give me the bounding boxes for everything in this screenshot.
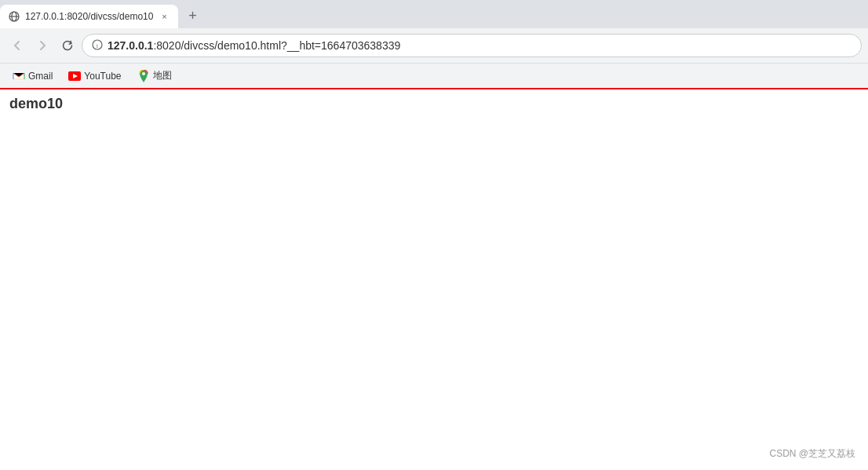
address-bar[interactable]: i 127.0.0.1:8020/divcss/demo10.html?__hb… (82, 34, 862, 57)
tab-favicon (8, 10, 20, 23)
bookmark-gmail-label: Gmail (28, 71, 53, 82)
back-button[interactable] (6, 35, 28, 56)
page-heading: demo10 (0, 89, 868, 118)
address-bar-row: i 127.0.0.1:8020/divcss/demo10.html?__hb… (0, 28, 868, 63)
address-text: 127.0.0.1:8020/divcss/demo10.html?__hbt=… (108, 39, 852, 52)
maps-icon (137, 70, 150, 82)
svg-text:i: i (97, 42, 98, 49)
svg-point-11 (142, 72, 145, 75)
youtube-icon (68, 70, 81, 82)
active-tab[interactable]: 127.0.0.1:8020/divcss/demo10 × (0, 5, 178, 28)
new-tab-button[interactable]: + (181, 5, 203, 27)
browser-chrome: 127.0.0.1:8020/divcss/demo10 × + (0, 0, 868, 88)
forward-button[interactable] (31, 35, 53, 56)
bookmarks-bar: Gmail YouTube 地图 (0, 63, 868, 88)
bookmark-gmail[interactable]: Gmail (6, 67, 59, 86)
bookmark-youtube[interactable]: YouTube (62, 67, 127, 86)
tab-close-button[interactable]: × (158, 10, 170, 23)
bookmark-maps-label: 地图 (153, 69, 172, 82)
gmail-icon (13, 70, 25, 82)
address-path: :8020/divcss/demo10.html?__hbt=166470363… (153, 39, 400, 52)
reload-button[interactable] (57, 35, 78, 56)
address-secure-icon: i (92, 39, 103, 53)
watermark: CSDN @芝芝又荔枝 (769, 447, 855, 461)
tab-title: 127.0.0.1:8020/divcss/demo10 (25, 11, 153, 22)
bookmark-youtube-label: YouTube (84, 71, 121, 82)
address-host: 127.0.0.1 (108, 39, 153, 52)
tab-bar: 127.0.0.1:8020/divcss/demo10 × + (0, 0, 868, 28)
bookmark-maps[interactable]: 地图 (131, 66, 178, 86)
page-content: demo10 CSDN @芝芝又荔枝 (0, 88, 868, 470)
